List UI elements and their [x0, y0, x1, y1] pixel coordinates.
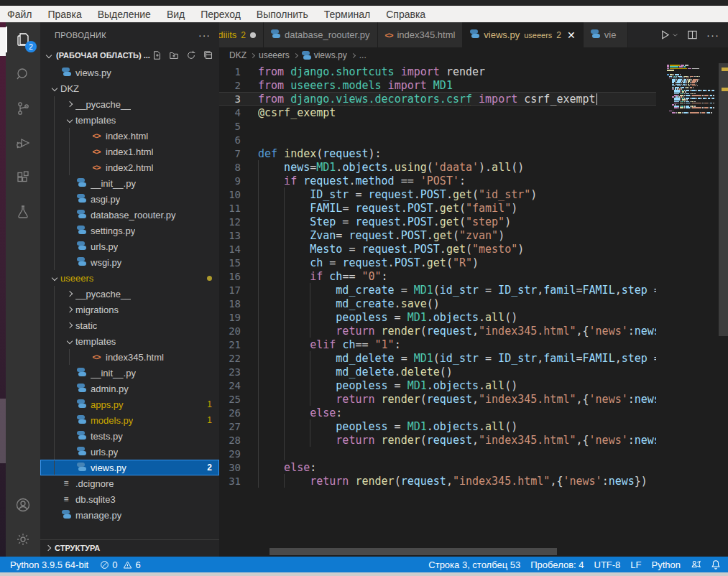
modified-dot-icon[interactable] — [250, 32, 256, 38]
tree-item-db.sqlite3[interactable]: ≡db.sqlite3 — [40, 491, 219, 507]
menu-item[interactable]: Файл — [7, 9, 32, 20]
collapse-all-icon[interactable] — [203, 50, 213, 60]
tab-problem-badge: 2 — [241, 30, 246, 40]
tab-database_roouter.py[interactable]: database_roouter.py — [264, 22, 378, 47]
tree-item-__init__.py[interactable]: __init__.py — [40, 175, 219, 191]
tab-diiits[interactable]: diiits2 — [219, 22, 264, 47]
status-item[interactable]: Строка 3, столбец 53 — [428, 559, 520, 570]
tree-item-settings.py[interactable]: settings.py — [40, 223, 219, 238]
tree-item-migrations[interactable]: migrations — [40, 302, 219, 317]
warning-count: 6 — [135, 559, 140, 570]
run-python-file-button[interactable] — [660, 29, 678, 40]
list-file-icon: ≡ — [60, 495, 72, 503]
code-line-2: 2from useeers.models import MD1 — [219, 78, 656, 92]
code-line-17: 17md_create = MD1(id_str = ID_str,famil=… — [219, 283, 656, 297]
tree-item-views.py[interactable]: views.py — [40, 65, 219, 80]
refresh-icon[interactable] — [186, 50, 196, 60]
code-editor[interactable]: 1from django.shortcuts import render2fro… — [219, 63, 728, 557]
tree-item-tests.py[interactable]: tests.py — [40, 428, 219, 444]
run-dropdown-chevron-icon[interactable] — [672, 32, 678, 38]
py-file-icon — [75, 226, 87, 236]
tree-item-urls.py[interactable]: urls.py — [40, 238, 219, 254]
menu-item[interactable]: Правка — [47, 9, 81, 20]
python-interpreter-status[interactable]: Python 3.9.5 64-bit — [10, 559, 88, 570]
tree-item-views.py[interactable]: views.py2 — [40, 460, 219, 475]
close-icon[interactable]: ✕ — [567, 29, 576, 41]
menu-item[interactable]: Терминал — [324, 9, 370, 20]
tree-item-__init__.py[interactable]: __init__.py — [40, 365, 219, 381]
editor-more-actions[interactable]: ··· — [706, 29, 719, 41]
notifications-bell-icon[interactable] — [711, 559, 721, 570]
html-file-icon: <> — [91, 147, 102, 156]
tree-item-index345.html[interactable]: <>index345.html — [40, 349, 219, 365]
chevron-right-icon — [67, 101, 73, 107]
tree-item-__pycache__[interactable]: __pycache__ — [40, 286, 219, 302]
tree-item-__pycache__[interactable]: __pycache__ — [40, 96, 219, 112]
status-item[interactable]: UTF-8 — [594, 559, 621, 570]
feedback-icon[interactable] — [691, 559, 701, 570]
tree-item-models.py[interactable]: models.py1 — [40, 412, 219, 428]
chevron-down-icon — [52, 85, 57, 91]
tree-item-templates[interactable]: templates — [40, 112, 219, 128]
tree-item-DKZ[interactable]: DKZ — [40, 80, 219, 96]
settings-gear-icon[interactable] — [6, 522, 40, 557]
search-icon[interactable] — [6, 57, 40, 91]
scrollbar-thumb[interactable] — [719, 63, 728, 336]
source-control-icon[interactable] — [6, 91, 40, 126]
account-icon[interactable] — [6, 488, 40, 522]
tree-item-manage.py[interactable]: manage.py — [40, 507, 219, 523]
workspace-section-header[interactable]: (РАБОЧАЯ ОБЛАСТЬ) ... — [40, 47, 219, 63]
tree-item-asgi.py[interactable]: asgi.py — [40, 191, 219, 207]
menu-item[interactable]: Переход — [201, 9, 241, 20]
vertical-scrollbar[interactable] — [719, 63, 728, 557]
new-folder-icon[interactable] — [169, 50, 179, 60]
menu-item[interactable]: Выполнить — [257, 9, 308, 20]
tree-item-static[interactable]: static — [40, 317, 219, 333]
tree-item-.dcignore[interactable]: ≡.dcignore — [40, 475, 219, 491]
chevron-down-icon — [46, 52, 52, 58]
breadcrumb-item[interactable]: ... — [359, 50, 367, 60]
tree-item-apps.py[interactable]: apps.py1 — [40, 396, 219, 412]
editor-actions: ··· — [651, 22, 728, 47]
tree-item-wsgi.py[interactable]: wsgi.py — [40, 254, 219, 270]
new-file-icon[interactable] — [152, 50, 162, 60]
chevron-down-icon — [67, 117, 73, 123]
horizontal-scrollbar[interactable] — [269, 548, 557, 555]
tree-item-useeers[interactable]: useeers — [40, 270, 219, 286]
desktop-edge — [0, 22, 6, 557]
tree-item-templates[interactable]: templates — [40, 333, 219, 349]
tree-item-database_roouter.py[interactable]: database_roouter.py — [40, 207, 219, 223]
status-item[interactable]: LF — [630, 559, 641, 570]
tab-views.py[interactable]: views.pyuseeers2✕ — [463, 22, 583, 47]
tab-vie[interactable]: vie — [584, 22, 628, 47]
menu-item[interactable]: Вид — [167, 9, 185, 20]
tree-item-index2.html[interactable]: <>index2.html — [40, 159, 219, 175]
outline-section-header[interactable]: СТРУКТУРА — [40, 539, 219, 555]
status-item[interactable]: Python — [652, 559, 681, 570]
tree-item-index1.html[interactable]: <>index1.html — [40, 144, 219, 159]
minimap[interactable] — [667, 65, 717, 113]
code-line-20: 20return render(request,"index345.html",… — [219, 324, 656, 338]
problems-status[interactable]: 0 6 — [100, 559, 140, 570]
menu-item[interactable]: Справка — [386, 9, 425, 20]
py-file-icon — [75, 241, 87, 252]
breadcrumb-item[interactable]: useeers — [259, 50, 290, 60]
code-line-29: 29 — [219, 447, 656, 460]
extensions-icon[interactable] — [6, 160, 40, 195]
split-editor-icon[interactable] — [687, 29, 698, 40]
testing-icon[interactable] — [6, 195, 40, 229]
tree-item-urls.py[interactable]: urls.py — [40, 444, 219, 460]
breadcrumb-item[interactable]: views.py — [302, 50, 347, 60]
tree-item-admin.py[interactable]: admin.py — [40, 381, 219, 396]
code-line-22: 22md_delete = MD1(id_str = ID_str,famil=… — [219, 351, 656, 365]
explorer-more-actions[interactable]: ··· — [198, 29, 211, 41]
tab-index345.html[interactable]: <>index345.html — [378, 22, 464, 47]
breadcrumb-item[interactable]: DKZ — [229, 50, 246, 60]
explorer-icon[interactable]: 2 — [6, 22, 40, 57]
status-item[interactable]: Пробелов: 4 — [530, 559, 584, 570]
tree-item-index.html[interactable]: <>index.html — [40, 128, 219, 144]
code-line-30: 30else: — [219, 460, 656, 474]
menu-item[interactable]: Выделение — [98, 9, 151, 20]
text-cursor — [596, 93, 598, 105]
run-debug-icon[interactable] — [6, 126, 40, 160]
